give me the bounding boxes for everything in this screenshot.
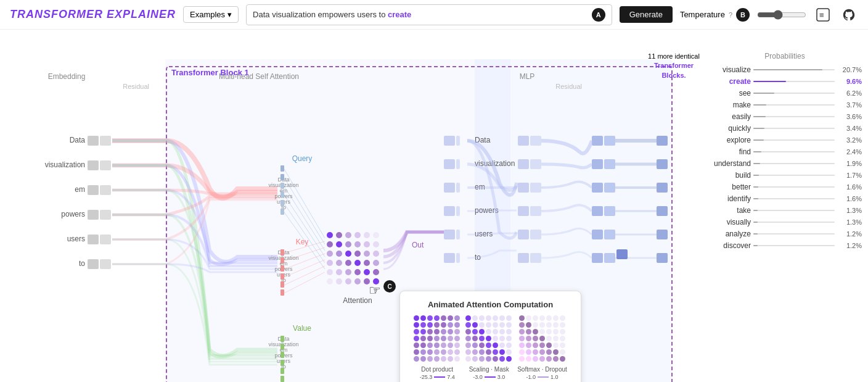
grid-dot bbox=[553, 343, 559, 348]
svg-rect-156 bbox=[604, 206, 615, 216]
svg-rect-152 bbox=[604, 159, 615, 169]
grid-dot bbox=[519, 356, 525, 362]
svg-rect-65 bbox=[280, 352, 284, 358]
info-icon[interactable]: ≡ bbox=[814, 6, 832, 24]
svg-rect-29 bbox=[100, 259, 111, 269]
grid-dot bbox=[420, 349, 426, 355]
grid-dot bbox=[486, 343, 491, 348]
search-input[interactable] bbox=[411, 10, 591, 19]
svg-point-102 bbox=[354, 260, 361, 266]
svg-rect-26 bbox=[88, 235, 99, 244]
grid-dot bbox=[533, 322, 538, 328]
grid-dot bbox=[519, 343, 525, 348]
examples-button[interactable]: Examples ▾ bbox=[183, 6, 239, 23]
prob-token: see bbox=[708, 89, 751, 98]
prob-value: 1.9% bbox=[837, 160, 862, 167]
grid-dot bbox=[560, 356, 565, 362]
grid-dot bbox=[420, 336, 426, 341]
svg-rect-144 bbox=[530, 206, 541, 216]
scaling-min: -3.0 bbox=[473, 374, 483, 380]
grid-dot bbox=[420, 356, 426, 362]
prob-row: take1.3% bbox=[708, 206, 862, 215]
svg-rect-66 bbox=[280, 360, 284, 366]
grid-dot bbox=[414, 343, 419, 348]
prob-bar bbox=[753, 93, 774, 94]
grid-dot bbox=[539, 356, 545, 362]
prob-value: 1.7% bbox=[837, 172, 862, 179]
prob-bar bbox=[753, 139, 764, 141]
generate-button[interactable]: Generate bbox=[620, 6, 673, 23]
grid-dot bbox=[486, 356, 491, 362]
svg-point-108 bbox=[354, 269, 361, 275]
svg-point-111 bbox=[327, 278, 333, 284]
diagram-svg: Transformer Block 1 Embedding Multi-head… bbox=[0, 59, 703, 382]
prob-value: 3.2% bbox=[837, 136, 862, 144]
grid-dot bbox=[448, 336, 453, 341]
github-icon[interactable] bbox=[840, 6, 858, 24]
svg-rect-146 bbox=[530, 230, 541, 239]
svg-point-104 bbox=[373, 260, 379, 266]
grid-dot bbox=[533, 356, 538, 362]
grid-dot bbox=[526, 336, 531, 341]
attention-computation-popup: Animated Attention Computation Dot produ… bbox=[399, 291, 581, 382]
svg-rect-39 bbox=[280, 183, 284, 189]
grid-dot bbox=[560, 343, 565, 348]
probabilities-header: Probabilities bbox=[702, 52, 868, 60]
more-blocks-link[interactable]: Transformer Blocks. bbox=[654, 62, 694, 78]
popup-title: Animated Attention Computation bbox=[409, 300, 572, 309]
grid-dot bbox=[486, 349, 491, 355]
grid-dot bbox=[448, 349, 453, 355]
more-blocks: 11 more identical Transformer Blocks. bbox=[646, 52, 702, 80]
prob-token: create bbox=[708, 77, 751, 86]
prob-token: visualize bbox=[708, 65, 751, 74]
prob-bar bbox=[753, 175, 759, 176]
grid-dot bbox=[519, 322, 525, 328]
grid-dot bbox=[526, 343, 531, 348]
grid-dot bbox=[427, 343, 433, 348]
grid-dot bbox=[420, 329, 426, 334]
svg-rect-141 bbox=[518, 183, 529, 193]
grid-dot bbox=[526, 315, 531, 321]
grid-dot bbox=[493, 315, 498, 321]
grid-dot bbox=[479, 349, 485, 355]
prob-bar bbox=[753, 151, 761, 152]
prob-bar-container bbox=[753, 151, 835, 152]
svg-rect-148 bbox=[530, 253, 541, 263]
svg-rect-128 bbox=[456, 230, 460, 239]
main-area: Transformer Block 1 Embedding Multi-head… bbox=[0, 30, 868, 382]
prob-bar bbox=[753, 69, 822, 70]
temperature-label: Temperature bbox=[680, 10, 725, 19]
svg-text:to: to bbox=[79, 259, 85, 268]
input-text-prefix: Data visualization empowers users to bbox=[253, 10, 388, 19]
grid-dot bbox=[434, 329, 440, 334]
grid-dot bbox=[434, 356, 440, 362]
prob-bar bbox=[753, 163, 760, 164]
grid-dot bbox=[441, 343, 446, 348]
grid-dot bbox=[499, 349, 505, 355]
grid-dot bbox=[465, 356, 471, 362]
grid-dot bbox=[454, 356, 460, 362]
popup-grids: Dot product -25.3 7.4 Scaling · Mask -3.… bbox=[409, 315, 572, 380]
grid-dot bbox=[506, 349, 512, 355]
temperature-slider[interactable] bbox=[757, 10, 806, 20]
svg-rect-127 bbox=[444, 230, 455, 239]
grid-dot bbox=[441, 356, 446, 362]
prob-bar bbox=[753, 210, 758, 211]
svg-rect-149 bbox=[592, 136, 603, 146]
svg-text:Residual: Residual bbox=[123, 83, 149, 90]
svg-text:Embedding: Embedding bbox=[48, 72, 86, 81]
grid-dot bbox=[448, 315, 453, 321]
grid-dot bbox=[526, 322, 531, 328]
prob-row: understand1.9% bbox=[708, 159, 862, 168]
svg-text:Query: Query bbox=[292, 154, 313, 163]
svg-rect-139 bbox=[518, 159, 529, 169]
prob-row: discover1.2% bbox=[708, 241, 862, 250]
prob-token: take bbox=[708, 206, 751, 215]
prob-bar-container bbox=[753, 233, 835, 235]
search-bar: Data visualization empowers users to cre… bbox=[246, 4, 612, 25]
svg-point-110 bbox=[373, 269, 379, 275]
svg-text:Key: Key bbox=[296, 238, 309, 246]
grid-dot bbox=[553, 329, 559, 334]
prob-row: analyze1.2% bbox=[708, 230, 862, 238]
prob-bar-container bbox=[753, 175, 835, 176]
